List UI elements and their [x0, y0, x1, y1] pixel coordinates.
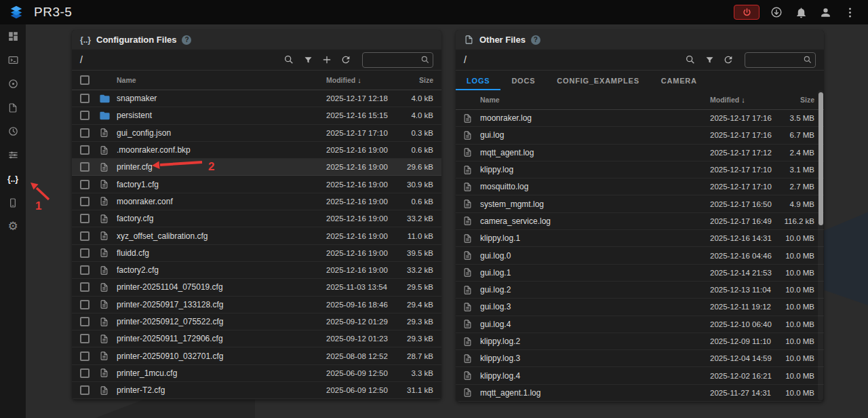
- refresh-icon[interactable]: [338, 52, 354, 68]
- filter-icon[interactable]: [300, 52, 316, 68]
- row-checkbox[interactable]: [72, 385, 99, 395]
- notifications-bell-icon[interactable]: [793, 5, 808, 20]
- sidebar-item-settings[interactable]: ⚙: [0, 214, 26, 238]
- file-row[interactable]: klippy.log.42025-12-02 16:2110.0 MB: [456, 367, 824, 384]
- file-row[interactable]: klippy.log2025-12-17 17:103.1 MB: [456, 162, 824, 178]
- row-checkbox[interactable]: [72, 248, 99, 258]
- column-header-size[interactable]: Size: [800, 96, 814, 104]
- file-row[interactable]: .moonraker.conf.bkp2025-12-16 19:000.6 k…: [72, 142, 441, 159]
- row-checkbox[interactable]: [72, 282, 99, 292]
- file-row[interactable]: gui.log.42025-12-10 06:4010.0 MB: [456, 316, 824, 333]
- file-row[interactable]: printer-20250910_032701.cfg2025-08-08 12…: [72, 347, 441, 364]
- file-row[interactable]: moonraker.log2025-12-17 17:163.5 MB: [456, 110, 824, 127]
- file-row[interactable]: klippy.log.12025-12-16 14:3110.0 MB: [456, 230, 824, 247]
- file-row[interactable]: moonraker.conf2025-12-16 19:000.6 kB: [72, 193, 441, 210]
- file-size: 10.0 MB: [785, 252, 814, 260]
- update-icon[interactable]: [769, 5, 784, 20]
- select-all-checkbox[interactable]: [72, 75, 99, 85]
- file-row[interactable]: factory.cfg2025-12-16 19:0033.2 kB: [72, 210, 441, 227]
- sidebar-item-files[interactable]: [0, 96, 26, 119]
- file-size: 10.0 MB: [785, 337, 814, 345]
- column-header-name[interactable]: Name: [117, 76, 326, 84]
- kebab-menu-icon[interactable]: [842, 5, 857, 20]
- column-header-modified[interactable]: Modified ↓: [326, 76, 394, 84]
- file-row[interactable]: printer-20250911_172906.cfg2025-09-12 01…: [72, 330, 441, 347]
- help-icon[interactable]: ?: [182, 35, 191, 45]
- file-row[interactable]: gui.log.12025-12-14 21:5310.0 MB: [456, 265, 824, 282]
- column-header-modified[interactable]: Modified ↓: [710, 96, 775, 104]
- file-row[interactable]: mqtt_agent.log2025-12-17 17:122.4 MB: [456, 145, 824, 162]
- file-row[interactable]: printer-T2.cfg2025-06-09 12:5031.1 kB: [72, 382, 441, 399]
- row-checkbox[interactable]: [72, 214, 99, 223]
- row-checkbox[interactable]: [72, 94, 99, 103]
- file-row[interactable]: gui.log.22025-12-13 11:0410.0 MB: [456, 282, 824, 299]
- file-row[interactable]: gui.log2025-12-17 17:166.7 MB: [456, 127, 824, 144]
- file-row[interactable]: xyz_offset_calibration.cfg2025-12-16 19:…: [72, 227, 441, 244]
- file-row[interactable]: printer-20250912_075522.cfg2025-09-12 01…: [72, 314, 441, 330]
- file-row[interactable]: printer-20251104_075019.cfg2025-11-03 13…: [72, 279, 441, 296]
- search-toggle-icon[interactable]: [682, 52, 698, 68]
- file-row[interactable]: camera_service.log2025-12-17 16:49116.2 …: [456, 213, 824, 230]
- row-checkbox[interactable]: [72, 162, 99, 172]
- file-row[interactable]: factory1.cfg2025-12-16 19:0030.9 kB: [72, 176, 441, 193]
- column-header-name[interactable]: Name: [480, 96, 710, 104]
- file-row[interactable]: gui_config.json2025-12-17 17:100.3 kB: [72, 125, 441, 142]
- column-header-size[interactable]: Size: [419, 76, 433, 84]
- sidebar-item-dashboard[interactable]: [0, 24, 26, 48]
- row-checkbox[interactable]: [72, 317, 99, 326]
- search-input[interactable]: [751, 55, 803, 64]
- row-checkbox[interactable]: [72, 128, 99, 138]
- row-checkbox[interactable]: [72, 300, 99, 309]
- file-size: 0.3 kB: [411, 129, 433, 137]
- sidebar-item-console[interactable]: [0, 48, 26, 72]
- tab-docs[interactable]: DOCS: [500, 71, 546, 90]
- sidebar-item-devices[interactable]: [0, 191, 26, 214]
- row-checkbox[interactable]: [72, 197, 99, 206]
- file-row[interactable]: printer.cfg2025-12-16 19:0029.6 kB: [72, 159, 441, 176]
- row-checkbox[interactable]: [72, 231, 99, 241]
- file-icon: [464, 35, 474, 45]
- tab-logs[interactable]: LOGS: [456, 71, 500, 90]
- search-toggle-icon[interactable]: [281, 52, 297, 68]
- add-file-icon[interactable]: [319, 52, 335, 68]
- sidebar-item-history[interactable]: [0, 119, 26, 143]
- file-row[interactable]: mqtt_agent.1.log2025-11-27 14:3110.0 MB: [456, 385, 824, 402]
- emergency-stop-button[interactable]: [734, 5, 760, 20]
- row-checkbox[interactable]: [72, 111, 99, 120]
- search-input[interactable]: [368, 55, 420, 64]
- row-checkbox[interactable]: [72, 368, 99, 378]
- file-row[interactable]: mosquitto.log2025-12-17 17:102.7 MB: [456, 178, 824, 195]
- row-checkbox[interactable]: [72, 352, 99, 361]
- filter-icon[interactable]: [701, 52, 717, 68]
- file-row[interactable]: persistent2025-12-16 15:154.0 kB: [72, 107, 441, 124]
- file-row[interactable]: klippy.log.32025-12-04 14:5910.0 MB: [456, 350, 824, 367]
- scrollbar-thumb[interactable]: [818, 92, 823, 225]
- row-checkbox[interactable]: [72, 265, 99, 275]
- appbar-actions: [734, 5, 861, 20]
- file-modified: 2025-12-16 19:00: [326, 197, 394, 206]
- file-row[interactable]: snapmaker2025-12-17 12:184.0 kB: [72, 90, 441, 107]
- tab-camera[interactable]: CAMERA: [650, 71, 708, 90]
- file-name: gui.log.4: [480, 320, 710, 329]
- row-checkbox[interactable]: [72, 180, 99, 189]
- refresh-icon[interactable]: [720, 52, 736, 68]
- file-row[interactable]: fluidd.cfg2025-12-16 19:0039.5 kB: [72, 245, 441, 262]
- account-icon[interactable]: [818, 5, 833, 20]
- file-row[interactable]: gui.log.02025-12-16 04:4610.0 MB: [456, 247, 824, 264]
- row-checkbox[interactable]: [72, 145, 99, 155]
- help-icon[interactable]: ?: [531, 35, 540, 45]
- file-row[interactable]: printer_1mcu.cfg2025-06-09 12:503.3 kB: [72, 365, 441, 382]
- row-checkbox[interactable]: [72, 334, 99, 343]
- dashboard-icon: [7, 31, 19, 42]
- file-row[interactable]: gui.log.32025-12-11 19:1210.0 MB: [456, 299, 824, 316]
- file-row[interactable]: printer-20250917_133128.cfg2025-09-16 18…: [72, 297, 441, 314]
- file-size: 4.0 kB: [411, 94, 433, 102]
- tab-config-examples[interactable]: CONFIG_EXAMPLES: [546, 71, 650, 90]
- file-modified: 2025-12-02 16:21: [710, 372, 775, 380]
- sidebar-item-tune[interactable]: [0, 143, 26, 167]
- file-row[interactable]: system_mgmt.log2025-12-17 16:504.9 MB: [456, 195, 824, 212]
- sidebar-item-configuration[interactable]: {..}: [0, 167, 26, 191]
- sidebar-item-jobs[interactable]: [0, 72, 26, 96]
- file-row[interactable]: klippy.log.22025-12-09 11:1010.0 MB: [456, 333, 824, 350]
- file-row[interactable]: factory2.cfg2025-12-16 19:0033.2 kB: [72, 262, 441, 279]
